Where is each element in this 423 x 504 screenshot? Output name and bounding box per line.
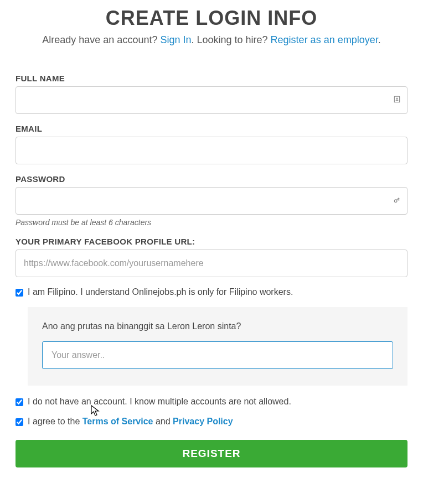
agree-checkbox[interactable] — [16, 418, 23, 426]
agree-checkbox-label: I agree to the Terms of Service and Priv… — [28, 417, 233, 427]
register-button[interactable]: REGISTER — [16, 440, 407, 467]
page-title: CREATE LOGIN INFO — [16, 7, 407, 30]
facebook-label: YOUR PRIMARY FACEBOOK PROFILE URL: — [16, 237, 407, 246]
fullname-input[interactable] — [16, 86, 407, 114]
password-helper: Password must be at least 6 characters — [16, 218, 407, 227]
terms-of-service-link[interactable]: Terms of Service — [82, 417, 153, 426]
noaccount-checkbox[interactable] — [16, 398, 23, 406]
subline-text-1: Already have an account? — [42, 34, 160, 45]
subline: Already have an account? Sign In. Lookin… — [16, 34, 407, 46]
privacy-policy-link[interactable]: Privacy Policy — [173, 417, 233, 426]
subline-text-3: . — [378, 34, 381, 45]
filipino-checkbox-label: I am Filipino. I understand Onlinejobs.p… — [28, 287, 293, 297]
email-label: EMAIL — [16, 124, 407, 133]
sign-in-link[interactable]: Sign In — [160, 34, 191, 45]
agree-checkbox-row[interactable]: I agree to the Terms of Service and Priv… — [16, 417, 407, 427]
security-question-box: Ano ang prutas na binanggit sa Leron Ler… — [28, 307, 407, 386]
email-input[interactable] — [16, 137, 407, 164]
password-label: PASSWORD — [16, 174, 407, 184]
facebook-input[interactable] — [16, 250, 407, 277]
noaccount-checkbox-row[interactable]: I do not have an account. I know multipl… — [16, 397, 407, 407]
password-input[interactable] — [16, 187, 407, 215]
fullname-label: FULL NAME — [16, 74, 407, 83]
filipino-checkbox-row[interactable]: I am Filipino. I understand Onlinejobs.p… — [16, 287, 407, 297]
security-answer-input[interactable] — [42, 341, 393, 369]
security-question-text: Ano ang prutas na binanggit sa Leron Ler… — [42, 321, 393, 331]
cursor-icon — [91, 405, 101, 417]
filipino-checkbox[interactable] — [16, 289, 23, 297]
register-employer-link[interactable]: Register as an employer — [271, 34, 378, 45]
subline-text-2: . Looking to hire? — [191, 34, 270, 45]
noaccount-checkbox-label: I do not have an account. I know multipl… — [28, 397, 291, 407]
